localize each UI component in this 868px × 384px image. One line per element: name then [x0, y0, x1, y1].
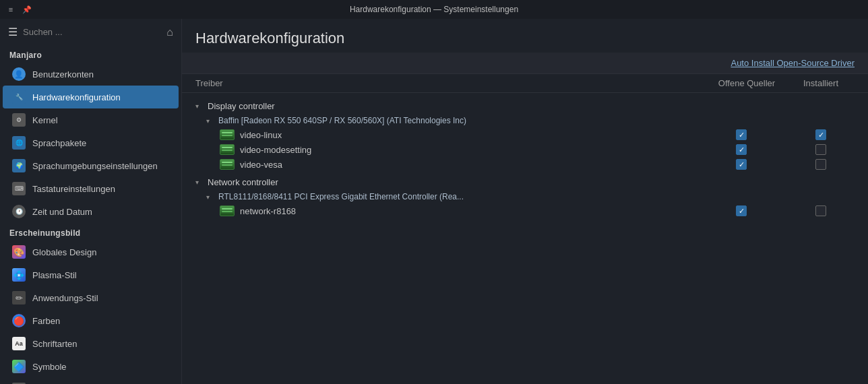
video-modesetting-open-checkbox[interactable]: [736, 144, 747, 155]
topbar-icons: ≡ 📌: [5, 4, 32, 15]
video-modesetting-installed-checkbox[interactable]: [815, 144, 826, 155]
main-layout: ☰ Suchen ... ⌂ Manjaro 👤 Benutzerkonten …: [0, 19, 868, 384]
network-r8168-open-checkbox[interactable]: [736, 205, 747, 216]
driver-video-linux-icon: [220, 129, 235, 140]
sidebar-label-symbole: Symbole: [32, 362, 67, 372]
table-header: Treiber Offene Queller Installiert: [182, 74, 868, 93]
sidebar-item-design[interactable]: 🎨 Globales Design: [3, 241, 179, 263]
topbar: ≡ 📌 Hardwarekonfiguration — Systemeinste…: [0, 0, 868, 19]
action-bar: Auto Install Open-Source Driver: [182, 53, 868, 74]
content-header: Hardwarekonfiguration: [182, 19, 868, 53]
keyboard-icon: ⌨: [12, 182, 26, 195]
section-title-manjaro: Manjaro: [0, 45, 181, 63]
sidebar-item-zeiger[interactable]: ↖ Zeiger: [3, 378, 179, 384]
video-modesetting-opensource-cb[interactable]: [701, 144, 782, 155]
category-display-label: Display controller: [208, 101, 275, 111]
clock-icon: 🕐: [12, 205, 26, 218]
sidebar-label-schriftarten: Schriftarten: [32, 339, 77, 349]
chevron-network: ▾: [195, 179, 204, 186]
pin-icon[interactable]: 📌: [22, 4, 32, 15]
driver-network-r8168-name: network-r8168: [240, 206, 695, 216]
driver-video-vesa-icon: [220, 159, 235, 170]
header-driver: Treiber: [195, 78, 706, 88]
sidebar-label-sprachpakete: Sprachpakete: [32, 138, 86, 148]
hamburger-icon[interactable]: ☰: [8, 26, 18, 38]
sidebar-label-farben: Farben: [32, 316, 60, 326]
lang-icon: 🌐: [12, 136, 26, 150]
home-icon[interactable]: ⌂: [166, 26, 173, 38]
driver-network-r8168-row: network-r8168: [182, 203, 868, 218]
video-vesa-opensource-cb[interactable]: [701, 159, 782, 170]
sidebar-label-zeit: Zeit und Datum: [32, 207, 92, 217]
sidebar-item-sprachpakete[interactable]: 🌐 Sprachpakete: [3, 131, 179, 154]
search-placeholder: Suchen ...: [23, 27, 63, 37]
driver-video-modesetting-icon: [220, 144, 235, 155]
locale-icon: 🌍: [12, 159, 26, 172]
sidebar-item-farben[interactable]: 🔴 Farben: [3, 309, 179, 332]
driver-video-linux-row: video-linux: [182, 127, 868, 142]
sidebar-item-symbole[interactable]: 🔷 Symbole: [3, 355, 179, 378]
window-title: Hardwarekonfiguration — Systemeinstellun…: [350, 5, 518, 14]
driver-video-vesa-name: video-vesa: [240, 160, 695, 170]
category-network-row[interactable]: ▾ Network controller: [182, 174, 868, 190]
network-r8168-installed-checkbox[interactable]: [815, 205, 826, 216]
sidebar-label-hardware: Hardwarekonfiguration: [32, 92, 121, 102]
sidebar-item-tastatur[interactable]: ⌨ Tastatureinstellungen: [3, 177, 179, 200]
video-vesa-installed-cb[interactable]: [787, 159, 855, 170]
driver-video-vesa-row: video-vesa: [182, 157, 868, 172]
kernel-icon: ⚙: [12, 113, 26, 127]
fonts-icon: Aa: [12, 337, 26, 350]
chevron-baffin: ▾: [206, 117, 214, 125]
design-icon: 🎨: [12, 245, 26, 259]
chevron-display: ▾: [195, 102, 204, 110]
sidebar-item-plasma[interactable]: 💠 Plasma-Stil: [3, 263, 179, 286]
video-linux-opensource-cb[interactable]: [701, 129, 782, 140]
auto-install-button[interactable]: Auto Install Open-Source Driver: [728, 57, 857, 69]
video-modesetting-installed-cb[interactable]: [787, 144, 855, 155]
driver-video-linux-name: video-linux: [240, 130, 695, 140]
symbols-icon: 🔷: [12, 360, 26, 373]
sidebar-item-zeit[interactable]: 🕐 Zeit und Datum: [3, 200, 179, 223]
sidebar-item-schriftarten[interactable]: Aa Schriftarten: [3, 332, 179, 355]
section-title-erscheinungsbild: Erscheinungsbild: [0, 223, 181, 241]
device-rtl-name: RTL8111/8168/8411 PCI Express Gigabit Et…: [218, 192, 464, 201]
category-network-label: Network controller: [208, 177, 278, 187]
category-display-row[interactable]: ▾ Display controller: [182, 98, 868, 114]
plasma-icon: 💠: [12, 268, 26, 282]
sidebar-scroll: Manjaro 👤 Benutzerkonten 🔧 Hardwarekonfi…: [0, 45, 181, 384]
device-baffin-row[interactable]: ▾ Baffin [Radeon RX 550 640SP / RX 560/5…: [182, 114, 868, 127]
sidebar-item-hardwarekonfiguration[interactable]: 🔧 Hardwarekonfiguration: [3, 86, 179, 108]
appstyle-icon: ✏: [12, 291, 26, 305]
user-icon: 👤: [12, 67, 26, 81]
sidebar-label-kernel: Kernel: [32, 115, 58, 125]
header-open-source: Offene Queller: [706, 78, 787, 88]
sidebar-label-appstyle: Anwendungs-Stil: [32, 293, 98, 303]
category-network: ▾ Network controller ▾ RTL8111/8168/8411…: [182, 174, 868, 218]
sidebar-label-plasma: Plasma-Stil: [32, 270, 77, 280]
video-vesa-installed-checkbox[interactable]: [815, 159, 826, 170]
driver-network-r8168-icon: [220, 205, 235, 216]
video-linux-open-checkbox[interactable]: [736, 129, 747, 140]
sidebar-item-kernel[interactable]: ⚙ Kernel: [3, 108, 179, 131]
header-installed: Installiert: [787, 78, 855, 88]
network-r8168-opensource-cb[interactable]: [701, 205, 782, 216]
search-bar[interactable]: Suchen ...: [23, 27, 158, 37]
video-linux-installed-cb[interactable]: [787, 129, 855, 140]
category-display: ▾ Display controller ▾ Baffin [Radeon RX…: [182, 98, 868, 172]
sidebar-label-benutzerkonten: Benutzerkonten: [32, 69, 94, 79]
menu-icon[interactable]: ≡: [5, 4, 16, 15]
sidebar-item-benutzerkonten[interactable]: 👤 Benutzerkonten: [3, 63, 179, 86]
sidebar-item-sprachumgebung[interactable]: 🌍 Sprachumgebungseinstellungen: [3, 154, 179, 177]
driver-tree: ▾ Display controller ▾ Baffin [Radeon RX…: [182, 93, 868, 384]
video-vesa-open-checkbox[interactable]: [736, 159, 747, 170]
device-baffin-name: Baffin [Radeon RX 550 640SP / RX 560/560…: [218, 116, 466, 125]
page-title: Hardwarekonfiguration: [195, 30, 855, 47]
device-rtl-row[interactable]: ▾ RTL8111/8168/8411 PCI Express Gigabit …: [182, 190, 868, 203]
driver-video-modesetting-name: video-modesetting: [240, 145, 695, 155]
sidebar-label-sprachumgebung: Sprachumgebungseinstellungen: [32, 161, 158, 171]
video-linux-installed-checkbox[interactable]: [815, 129, 826, 140]
sidebar-label-tastatur: Tastatureinstellungen: [32, 184, 115, 194]
sidebar-label-design: Globales Design: [32, 247, 96, 257]
network-r8168-installed-cb[interactable]: [787, 205, 855, 216]
sidebar-item-appstyle[interactable]: ✏ Anwendungs-Stil: [3, 286, 179, 309]
